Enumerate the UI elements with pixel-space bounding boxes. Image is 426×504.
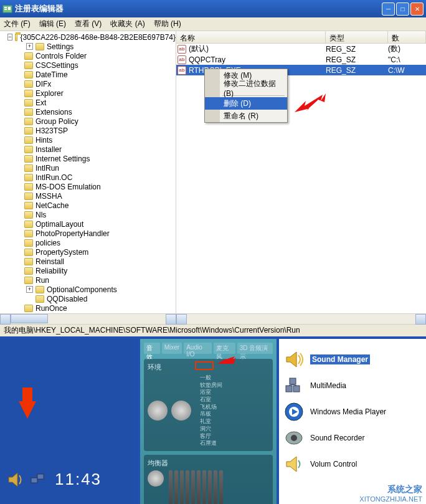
- tree-label[interactable]: NetCache: [36, 201, 69, 210]
- menu-edit[interactable]: 编辑 (E): [39, 19, 66, 29]
- tree-node[interactable]: Installer: [0, 145, 176, 154]
- tree-label[interactable]: Settings: [47, 42, 73, 51]
- sm-preset-list[interactable]: 一般软垫房间浴室石室飞机场吊板礼堂洞穴客厅石屋道: [200, 374, 222, 447]
- tree-node[interactable]: RunOnce: [0, 303, 176, 313]
- eq-slider[interactable]: [174, 470, 178, 504]
- tree-label[interactable]: RunOnce: [36, 304, 67, 313]
- tree-label[interactable]: policies: [36, 239, 60, 247]
- tree-node[interactable]: CSCSettings: [0, 60, 176, 70]
- tree-label[interactable]: CSCSettings: [36, 61, 78, 70]
- close-button[interactable]: ✕: [410, 2, 424, 16]
- eq-slider[interactable]: [208, 470, 212, 504]
- tree-node[interactable]: Reinstall: [0, 257, 176, 266]
- maximize-button[interactable]: □: [396, 2, 409, 16]
- tree-node[interactable]: IntlRun: [0, 163, 176, 173]
- tree-node[interactable]: DIFx: [0, 79, 176, 88]
- tree-label[interactable]: Extensions: [36, 108, 72, 116]
- menu-help[interactable]: 帮助 (H): [154, 19, 181, 29]
- registry-value-row[interactable]: abQQPCTray REG_SZ "C:\: [176, 54, 426, 65]
- tree-label[interactable]: PropertySystem: [36, 248, 88, 257]
- tree-node[interactable]: Extensions: [0, 107, 176, 116]
- tree-label[interactable]: QQDisabled: [47, 295, 87, 303]
- eq-slider[interactable]: [169, 470, 173, 504]
- tree-node[interactable]: PhotoPropertyHandler: [0, 229, 176, 238]
- tree-node[interactable]: QQDisabled: [0, 294, 176, 303]
- tree-node[interactable]: Controls Folder: [0, 51, 176, 60]
- control-panel-item[interactable]: Volum Control: [284, 451, 421, 477]
- tree-node[interactable]: Ext: [0, 98, 176, 107]
- tree-label[interactable]: DateTime: [36, 70, 68, 79]
- tray-clock[interactable]: 11:43: [55, 470, 102, 489]
- tree-label[interactable]: DIFx: [36, 80, 51, 88]
- tree-node[interactable]: H323TSP: [0, 126, 176, 135]
- tree-node[interactable]: +Settings: [0, 42, 176, 51]
- list-body[interactable]: ab(默认) REG_SZ (数) abQQPCTray REG_SZ "C:\…: [176, 44, 426, 313]
- tree-label[interactable]: Explorer: [36, 89, 64, 98]
- tree-node-guid[interactable]: − {305CA226-D286-468e-B848-2B2E8E697B74}: [0, 32, 176, 42]
- tree-node[interactable]: Nls: [0, 210, 176, 219]
- menu-favorites[interactable]: 收藏夹 (A): [110, 19, 144, 29]
- horizontal-scrollbar[interactable]: [176, 313, 426, 324]
- eq-slider[interactable]: [214, 470, 217, 504]
- eq-slider[interactable]: [219, 470, 223, 504]
- eq-slider[interactable]: [180, 470, 184, 504]
- scroll-left-button[interactable]: [0, 314, 11, 325]
- eq-slider[interactable]: [197, 470, 201, 504]
- sm-tab[interactable]: 3D 音频演示: [237, 343, 273, 354]
- tray-network-icon[interactable]: [30, 472, 47, 488]
- tree-node[interactable]: policies: [0, 238, 176, 247]
- sm-tab[interactable]: Mixer: [162, 343, 182, 354]
- ctx-rename[interactable]: 重命名 (R): [205, 110, 287, 122]
- sm-dial-knob[interactable]: [148, 470, 164, 487]
- tree-node[interactable]: Hints: [0, 135, 176, 145]
- tree-node[interactable]: NetCache: [0, 201, 176, 210]
- tree-node[interactable]: Reliability: [0, 266, 176, 275]
- tree-node[interactable]: MS-DOS Emulation: [0, 182, 176, 191]
- tree-node[interactable]: Explorer: [0, 88, 176, 98]
- tree-label[interactable]: OptimalLayout: [36, 220, 83, 229]
- control-panel-item[interactable]: Windows Media Player: [284, 399, 421, 425]
- expand-toggle[interactable]: +: [26, 286, 33, 293]
- tree-label[interactable]: MS-DOS Emulation: [36, 183, 101, 191]
- expand-toggle[interactable]: −: [7, 34, 12, 40]
- col-data[interactable]: 数: [388, 31, 426, 43]
- tree-label[interactable]: Controls Folder: [36, 52, 87, 60]
- control-panel-item[interactable]: Sound Manager: [284, 346, 421, 373]
- eq-slider[interactable]: [186, 470, 189, 504]
- tree-label[interactable]: Nls: [36, 211, 46, 219]
- tree-label[interactable]: PhotoPropertyHandler: [36, 229, 110, 238]
- sm-tab[interactable]: 音效: [144, 343, 160, 354]
- registry-tree[interactable]: − {305CA226-D286-468e-B848-2B2E8E697B74}…: [0, 31, 176, 324]
- ctx-modify-binary[interactable]: 修改二进位数据 (B): [205, 82, 287, 94]
- menu-file[interactable]: 文件 (F): [4, 19, 31, 29]
- scroll-right-button[interactable]: [166, 314, 176, 325]
- tree-label[interactable]: OptionalComponents: [47, 285, 117, 294]
- expand-toggle[interactable]: +: [26, 43, 33, 50]
- tree-label[interactable]: Installer: [36, 145, 62, 154]
- tree-label[interactable]: IntlRun: [36, 164, 59, 173]
- control-panel-item[interactable]: Sound Recorder: [284, 425, 421, 451]
- tree-label[interactable]: Hints: [36, 136, 52, 145]
- tree-label[interactable]: Internet Settings: [36, 155, 90, 163]
- tree-label[interactable]: Run: [36, 276, 49, 285]
- scroll-right-button[interactable]: [415, 314, 426, 325]
- sm-dial-knob[interactable]: [171, 401, 191, 421]
- tree-label[interactable]: IntlRun.OC: [36, 173, 72, 182]
- tree-node[interactable]: Internet Settings: [0, 154, 176, 163]
- tree-label[interactable]: Group Policy: [36, 117, 78, 126]
- tree-node[interactable]: OptimalLayout: [0, 219, 176, 229]
- tree-node[interactable]: +OptionalComponents: [0, 285, 176, 294]
- registry-value-row[interactable]: ab(默认) REG_SZ (数): [176, 44, 426, 54]
- tree-node[interactable]: MSSHA: [0, 191, 176, 201]
- ctx-delete[interactable]: 删除 (D): [205, 97, 287, 110]
- sm-dial-knob[interactable]: [148, 401, 168, 421]
- tray-speaker-icon[interactable]: [7, 470, 26, 489]
- tree-node[interactable]: Run: [0, 275, 176, 285]
- minimize-button[interactable]: ─: [382, 2, 395, 16]
- tree-label[interactable]: MSSHA: [36, 192, 62, 201]
- tree-node[interactable]: DateTime: [0, 70, 176, 79]
- tree-node[interactable]: Group Policy: [0, 116, 176, 126]
- col-type[interactable]: 类型: [326, 31, 388, 43]
- col-name[interactable]: 名称: [176, 31, 326, 43]
- tree-node[interactable]: IntlRun.OC: [0, 173, 176, 182]
